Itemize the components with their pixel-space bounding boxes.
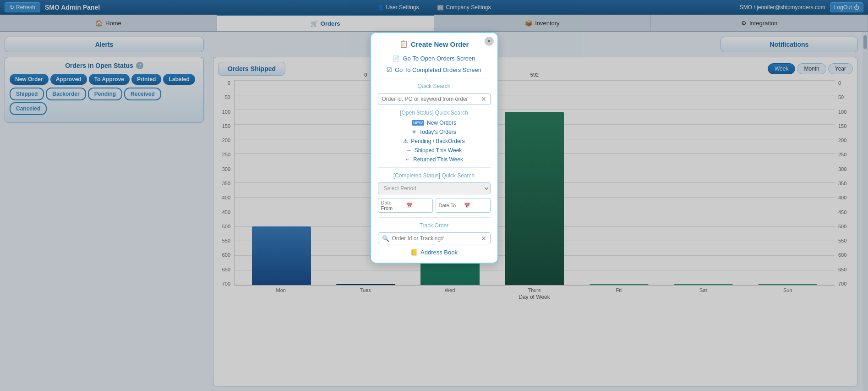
star-icon: ✳ [412,129,416,135]
address-book-link[interactable]: 📒 Address Book [378,249,491,256]
address-book-icon: 📒 [410,249,418,256]
divider3 [378,217,491,218]
open-status-label: [Open Status] Quick Search [378,110,491,116]
select-period-dropdown[interactable]: Select Period [378,182,491,194]
search-icon: 🔍 [382,235,389,242]
goto-open-orders-link[interactable]: 📄 Go To Open Orders Screen [378,55,491,62]
track-order-row[interactable]: 🔍 ✕ [378,232,491,244]
warning-icon: ⚠ [403,138,408,144]
track-order-label: Track Order [378,222,491,229]
quick-search-label: Quick Search [378,83,491,89]
create-new-order-popup: × 📋 Create New Order 📄 Go To Open Orders… [370,32,498,264]
new-icon: NEW [412,120,424,126]
track-order-input[interactable] [392,235,478,242]
returned-this-week-link[interactable]: ← Returned This Week [378,156,491,163]
date-range-row: Date From 📅 Date To 📅 [378,198,491,213]
order-icon: 📋 [399,40,408,48]
new-orders-link[interactable]: NEW New Orders [378,120,491,126]
todays-orders-link[interactable]: ✳ Today's Orders [378,129,491,135]
completed-orders-icon: ☑ [387,66,392,73]
popup-close-button[interactable]: × [485,37,494,46]
completed-status-label: [Completed Status] Quick Search [378,172,491,179]
shipped-this-week-link[interactable]: → Shipped This Week [378,147,491,154]
quick-search-input[interactable] [382,96,481,102]
popup-overlay: × 📋 Create New Order 📄 Go To Open Orders… [0,0,868,391]
divider2 [378,167,491,168]
calendar-icon2: 📅 [464,203,487,209]
date-to-field[interactable]: Date To 📅 [436,198,491,213]
calendar-icon: 📅 [406,203,430,209]
search-clear-icon[interactable]: ✕ [481,95,486,103]
track-clear-icon[interactable]: ✕ [481,235,486,242]
pending-backorders-link[interactable]: ⚠ Pending / BackOrders [378,138,491,144]
quick-search-row[interactable]: ✕ [378,93,491,105]
goto-completed-orders-link[interactable]: ☑ Go To Completed Orders Screen [378,66,491,73]
date-from-field[interactable]: Date From 📅 [378,198,433,213]
arrow-right-icon: → [406,147,412,154]
popup-title: 📋 Create New Order [378,40,491,48]
divider1 [378,78,491,78]
arrow-left-icon: ← [405,156,410,163]
open-orders-icon: 📄 [393,55,400,62]
